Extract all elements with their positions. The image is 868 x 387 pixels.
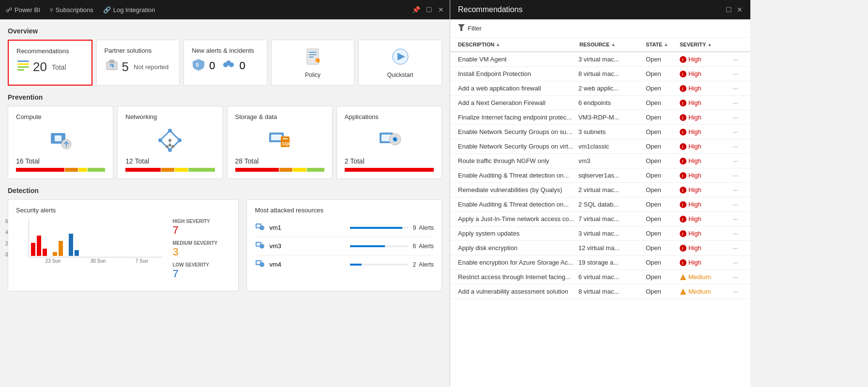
rec-row-menu[interactable]: ··· — [728, 70, 743, 77]
attacked-item-vm4[interactable]: vm4 2 Alerts — [255, 255, 434, 273]
table-row[interactable]: Add a Next Generation Firewall 6 endpoin… — [450, 96, 750, 110]
rec-severity: ! Medium — [680, 288, 728, 295]
rec-state: Open — [646, 114, 680, 121]
col-severity-header[interactable]: SEVERITY ▲ — [680, 42, 728, 47]
svg-text:!: ! — [682, 261, 684, 266]
quickstart-card[interactable]: Quickstart — [358, 40, 442, 86]
alert-count: 0 — [209, 60, 215, 72]
storage-card[interactable]: Storage & data SQL 28 Total — [227, 106, 333, 179]
applications-card[interactable]: Applications 2 Total — [336, 106, 442, 179]
policy-card[interactable]: i Policy — [271, 40, 355, 86]
severity-text: High — [688, 56, 701, 63]
rec-row-menu[interactable]: ··· — [728, 99, 743, 106]
high-badge-icon: ! — [680, 187, 686, 194]
rec-description: Enable VM Agent — [458, 56, 579, 63]
rec-rows-container: Enable VM Agent 3 virtual mac... Open ! … — [450, 52, 750, 299]
rec-row-menu[interactable]: ··· — [728, 230, 743, 237]
rec-row-menu[interactable]: ··· — [728, 172, 743, 179]
filter-bar[interactable]: Filter — [450, 19, 750, 38]
table-row[interactable]: Apply system updates 3 virtual mac... Op… — [450, 226, 750, 241]
col-resource-header[interactable]: RESOURCE ▲ — [579, 42, 646, 47]
rec-description: Enable Auditing & Threat detection on... — [458, 172, 579, 179]
low-severity-item: LOW SEVERITY 7 — [172, 262, 230, 280]
pin-icon[interactable]: 📌 — [412, 6, 420, 14]
table-row[interactable]: Apply a Just-In-Time network access co..… — [450, 212, 750, 226]
vm3-bar-container — [350, 245, 408, 247]
svg-point-31 — [171, 145, 174, 148]
rec-row-menu[interactable]: ··· — [728, 157, 743, 164]
rec-row-menu[interactable]: ··· — [728, 259, 743, 266]
rec-severity: ! High — [680, 186, 728, 194]
svg-text:!: ! — [682, 116, 684, 120]
table-row[interactable]: Install Endpoint Protection 8 virtual ma… — [450, 67, 750, 81]
medium-severity-item: MEDIUM SEVERITY 3 — [172, 240, 230, 258]
table-row[interactable]: Add a vulnerability assessment solution … — [450, 284, 750, 299]
rec-row-menu[interactable]: ··· — [728, 85, 743, 92]
table-row[interactable]: Enable Auditing & Threat detection on...… — [450, 168, 750, 183]
table-row[interactable]: Remediate vulnerabilities (by Qualys) 2 … — [450, 183, 750, 197]
rec-row-menu[interactable]: ··· — [728, 215, 743, 223]
new-alerts-card[interactable]: New alerts & incidents 0 0 — [183, 40, 267, 86]
power-bi-label: Power BI — [15, 6, 40, 14]
table-row[interactable]: Apply disk encryption 12 virtual ma... O… — [450, 241, 750, 255]
rec-row-menu[interactable]: ··· — [728, 114, 743, 121]
state-sort-icon: ▲ — [664, 42, 668, 47]
svg-rect-0 — [17, 60, 29, 62]
high-badge-icon: ! — [680, 158, 686, 164]
rec-row-menu[interactable]: ··· — [728, 56, 743, 63]
prevention-section-label: Prevention — [8, 93, 442, 101]
table-row[interactable]: Finalize Internet facing endpoint protec… — [450, 110, 750, 125]
partner-solutions-card[interactable]: Partner solutions $ 5 Not reported — [96, 40, 180, 86]
svg-text:!: ! — [682, 217, 684, 222]
subscriptions-label: Subscriptions — [56, 6, 93, 14]
table-row[interactable]: Add a web application firewall 2 web app… — [450, 81, 750, 96]
col-description-header[interactable]: DESCRIPTION ▲ — [458, 42, 579, 47]
recommendations-card-title: Recommendations — [16, 47, 84, 55]
high-severity-label: HIGH SEVERITY — [172, 219, 230, 224]
right-minimize-icon[interactable]: ☐ — [726, 6, 732, 14]
applications-bar — [345, 168, 434, 172]
table-row[interactable]: Enable encryption for Azure Storage Ac..… — [450, 255, 750, 270]
table-row[interactable]: Enable VM Agent 3 virtual mac... Open ! … — [450, 52, 750, 67]
table-row[interactable]: Enable Network Security Groups on virt..… — [450, 139, 750, 154]
svg-text:0: 0 — [196, 62, 199, 68]
log-integration-button[interactable]: 🔗 Log Integration — [103, 6, 155, 14]
table-row[interactable]: Restrict access through Internet facing.… — [450, 270, 750, 284]
partner-solutions-value: $ 5 Not reported — [105, 58, 172, 75]
rec-row-menu[interactable]: ··· — [728, 186, 743, 194]
rec-state: Open — [646, 273, 680, 281]
table-row[interactable]: Enable Auditing & Threat detection on...… — [450, 197, 750, 212]
rec-row-menu[interactable]: ··· — [728, 288, 743, 295]
recommendations-panel-title: Recommendations — [458, 5, 522, 14]
storage-title: Storage & data — [235, 113, 324, 120]
power-bi-button[interactable]: ☍ Power BI — [6, 6, 40, 14]
rec-description: Enable encryption for Azure Storage Ac..… — [458, 259, 579, 266]
rec-row-menu[interactable]: ··· — [728, 143, 743, 150]
left-panel: ☍ Power BI ▿ Subscriptions 🔗 Log Integra… — [0, 0, 450, 387]
col-state-header[interactable]: STATE ▲ — [646, 42, 680, 47]
svg-point-45 — [259, 244, 264, 249]
attacked-item-vm3[interactable]: vm3 6 Alerts — [255, 237, 434, 255]
rec-row-menu[interactable]: ··· — [728, 201, 743, 208]
recommendations-card[interactable]: Recommendations 20 Total — [8, 40, 92, 86]
svg-marker-49 — [458, 24, 465, 31]
right-close-icon[interactable]: ✕ — [737, 6, 743, 14]
table-row[interactable]: Enable Network Security Groups on sub...… — [450, 125, 750, 139]
attacked-item-vm1[interactable]: vm1 9 Alerts — [255, 219, 434, 237]
close-icon[interactable]: ✕ — [438, 6, 444, 14]
rec-description: Finalize Internet facing endpoint protec… — [458, 114, 579, 121]
table-row[interactable]: Route traffic through NGFW only vm3 Open… — [450, 154, 750, 168]
rec-state: Open — [646, 244, 680, 252]
bar-6 — [69, 234, 73, 256]
rec-severity: ! High — [680, 114, 728, 121]
svg-rect-35 — [283, 138, 288, 139]
rec-row-menu[interactable]: ··· — [728, 128, 743, 135]
svg-text:SQL: SQL — [282, 141, 291, 146]
rec-row-menu[interactable]: ··· — [728, 244, 743, 252]
networking-card[interactable]: Networking — [117, 106, 223, 179]
compute-card[interactable]: Compute 16 Total — [8, 106, 113, 179]
rec-row-menu[interactable]: ··· — [728, 273, 743, 281]
subscriptions-button[interactable]: ▿ Subscriptions — [50, 6, 93, 14]
rec-state: Open — [646, 186, 680, 194]
minimize-icon[interactable]: ☐ — [426, 6, 432, 14]
